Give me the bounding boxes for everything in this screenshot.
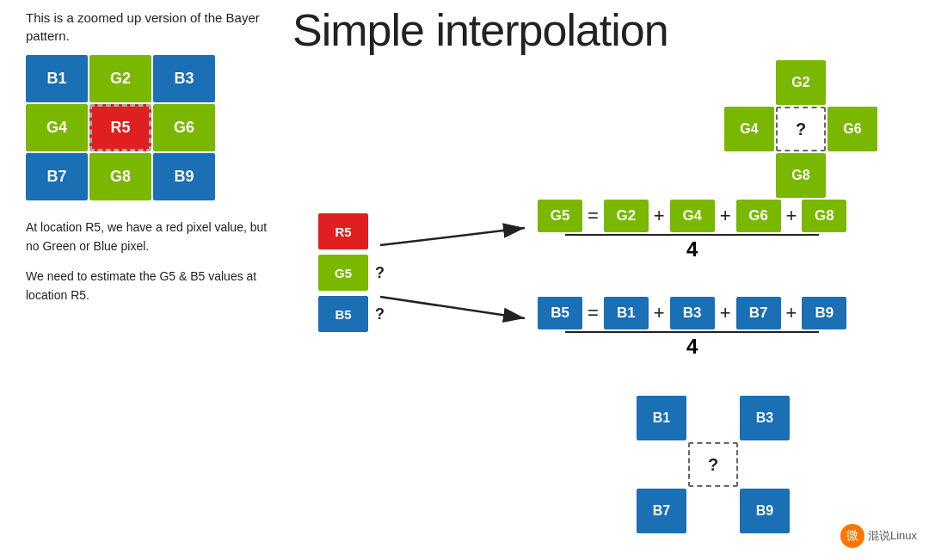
- formula-g-denom: 4: [686, 237, 698, 262]
- cross-question-b: ?: [688, 442, 738, 487]
- left-text-2: We need to estimate the G5 & B5 values a…: [26, 267, 275, 305]
- cross-empty-tr: [827, 60, 877, 105]
- cell-G8: G8: [89, 153, 151, 200]
- watermark-text: 混说Linux: [868, 528, 917, 544]
- formula-b1: B1: [604, 297, 649, 329]
- left-panel: This is a zoomed up version of the Bayer…: [26, 9, 275, 305]
- mid-cell-g5: G5: [318, 255, 368, 291]
- cell-G2: G2: [89, 55, 151, 102]
- cross-b7: B7: [637, 489, 686, 533]
- cross-empty-r: [740, 442, 790, 487]
- cross-b1: B1: [637, 396, 686, 440]
- page-container: This is a zoomed up version of the Bayer…: [0, 0, 929, 560]
- cross-empty-bl: [724, 153, 774, 198]
- cell-B7: B7: [26, 153, 88, 200]
- formula-b7: B7: [736, 297, 781, 329]
- cross-g2: G2: [776, 60, 826, 105]
- g5-question: ?: [375, 264, 385, 282]
- cross-empty-t: [688, 396, 738, 440]
- mid-cells: R5 G5 ? B5 ?: [318, 213, 385, 332]
- formula-b5-label: B5: [538, 297, 582, 329]
- cell-G6: G6: [153, 104, 215, 151]
- watermark: 微 混说Linux: [840, 524, 917, 548]
- cell-B1: B1: [26, 55, 88, 102]
- formula-b9: B9: [802, 297, 846, 329]
- cell-B3: B3: [153, 55, 215, 102]
- cell-B9: B9: [153, 153, 215, 200]
- cross-diagram-blue: B1 B3 ? B7 B9: [637, 396, 790, 533]
- svg-line-3: [380, 297, 525, 318]
- b5-question: ?: [375, 305, 385, 323]
- cross-b3: B3: [740, 396, 790, 440]
- cross-question-g: ?: [776, 107, 826, 151]
- formula-b5: B5 = B1 + B3 + B7 + B9 4: [538, 297, 846, 359]
- mid-cell-b5: B5: [318, 296, 368, 332]
- cross-b9: B9: [740, 489, 790, 533]
- formula-b-denom: 4: [686, 335, 698, 359]
- cross-empty-b: [688, 489, 738, 533]
- formula-g2: G2: [604, 200, 649, 232]
- cross-empty-l: [637, 442, 686, 487]
- cell-G4: G4: [26, 104, 88, 151]
- cross-diagram-green: G2 G4 ? G6 G8: [724, 60, 877, 198]
- left-text: At location R5, we have a red pixel valu…: [26, 218, 275, 305]
- formula-g6: G6: [736, 200, 781, 232]
- description-text: This is a zoomed up version of the Bayer…: [26, 9, 275, 45]
- cross-empty-br: [827, 153, 877, 198]
- cell-R5: R5: [89, 104, 151, 151]
- formula-g8: G8: [802, 200, 846, 232]
- mid-cell-r5: R5: [318, 213, 368, 249]
- page-title: Simple interpolation: [292, 4, 668, 56]
- cross-g8: G8: [776, 153, 826, 198]
- left-text-1: At location R5, we have a red pixel valu…: [26, 218, 275, 256]
- formula-g5-label: G5: [538, 200, 582, 232]
- svg-line-2: [380, 228, 525, 245]
- watermark-icon: 微: [840, 524, 864, 548]
- cross-g6: G6: [827, 107, 877, 151]
- formula-g4: G4: [670, 200, 715, 232]
- cross-g4: G4: [724, 107, 774, 151]
- bayer-grid: B1 G2 B3 G4 R5 G6 B7 G8 B9: [26, 55, 215, 200]
- formula-b3: B3: [670, 297, 715, 329]
- cross-empty-tl: [724, 60, 774, 105]
- formula-g5: G5 = G2 + G4 + G6 + G8 4: [538, 200, 846, 262]
